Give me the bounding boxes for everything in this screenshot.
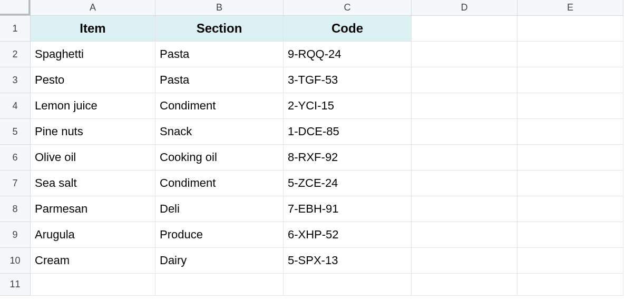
cell-b7[interactable]: Condiment: [155, 170, 284, 196]
cell-e9[interactable]: [518, 222, 623, 248]
row-header-4[interactable]: 4: [0, 93, 31, 119]
cell-b2[interactable]: Pasta: [155, 42, 284, 67]
cell-c7[interactable]: 5-ZCE-24: [284, 170, 412, 196]
cell-e6[interactable]: [518, 145, 623, 170]
cell-c5[interactable]: 1-DCE-85: [284, 119, 412, 145]
cell-d5[interactable]: [412, 119, 518, 145]
select-all-corner[interactable]: [0, 0, 31, 16]
spreadsheet-grid[interactable]: A B C D E 1 Item Section Code 2 Spaghett…: [0, 0, 644, 296]
header-section[interactable]: Section: [155, 16, 284, 42]
cell-a7[interactable]: Sea salt: [31, 170, 155, 196]
row-header-3[interactable]: 3: [0, 67, 31, 93]
cell-d2[interactable]: [412, 42, 518, 67]
cell-b8[interactable]: Deli: [155, 196, 284, 222]
cell-d9[interactable]: [412, 222, 518, 248]
cell-d4[interactable]: [412, 93, 518, 119]
cell-e8[interactable]: [518, 196, 623, 222]
cell-a8[interactable]: Parmesan: [31, 196, 155, 222]
col-header-b[interactable]: B: [155, 0, 284, 16]
row-header-7[interactable]: 7: [0, 170, 31, 196]
cell-d1[interactable]: [412, 16, 518, 42]
cell-a4[interactable]: Lemon juice: [31, 93, 155, 119]
cell-c2[interactable]: 9-RQQ-24: [284, 42, 412, 67]
cell-a2[interactable]: Spaghetti: [31, 42, 155, 67]
col-header-a[interactable]: A: [31, 0, 155, 16]
cell-c3[interactable]: 3-TGF-53: [284, 67, 412, 93]
cell-a9[interactable]: Arugula: [31, 222, 155, 248]
row-header-1[interactable]: 1: [0, 16, 31, 42]
cell-c11[interactable]: [284, 274, 412, 296]
cell-b10[interactable]: Dairy: [155, 248, 284, 274]
cell-d10[interactable]: [412, 248, 518, 274]
cell-e4[interactable]: [518, 93, 623, 119]
cell-a5[interactable]: Pine nuts: [31, 119, 155, 145]
cell-b11[interactable]: [155, 274, 284, 296]
cell-c6[interactable]: 8-RXF-92: [284, 145, 412, 170]
cell-e10[interactable]: [518, 248, 623, 274]
row-header-10[interactable]: 10: [0, 248, 31, 274]
cell-b5[interactable]: Snack: [155, 119, 284, 145]
cell-b3[interactable]: Pasta: [155, 67, 284, 93]
cell-b9[interactable]: Produce: [155, 222, 284, 248]
cell-c10[interactable]: 5-SPX-13: [284, 248, 412, 274]
col-header-e[interactable]: E: [518, 0, 623, 16]
cell-b4[interactable]: Condiment: [155, 93, 284, 119]
cell-a3[interactable]: Pesto: [31, 67, 155, 93]
cell-a10[interactable]: Cream: [31, 248, 155, 274]
cell-d3[interactable]: [412, 67, 518, 93]
cell-d6[interactable]: [412, 145, 518, 170]
cell-e3[interactable]: [518, 67, 623, 93]
cell-d11[interactable]: [412, 274, 518, 296]
row-header-9[interactable]: 9: [0, 222, 31, 248]
header-item[interactable]: Item: [31, 16, 155, 42]
cell-c9[interactable]: 6-XHP-52: [284, 222, 412, 248]
cell-a11[interactable]: [31, 274, 155, 296]
cell-d7[interactable]: [412, 170, 518, 196]
cell-c8[interactable]: 7-EBH-91: [284, 196, 412, 222]
row-header-8[interactable]: 8: [0, 196, 31, 222]
cell-e11[interactable]: [518, 274, 623, 296]
row-header-11[interactable]: 11: [0, 274, 31, 296]
row-header-2[interactable]: 2: [0, 42, 31, 67]
col-header-d[interactable]: D: [412, 0, 518, 16]
col-header-c[interactable]: C: [284, 0, 412, 16]
row-header-6[interactable]: 6: [0, 145, 31, 170]
cell-b6[interactable]: Cooking oil: [155, 145, 284, 170]
cell-e5[interactable]: [518, 119, 623, 145]
cell-c4[interactable]: 2-YCI-15: [284, 93, 412, 119]
cell-e2[interactable]: [518, 42, 623, 67]
header-code[interactable]: Code: [284, 16, 412, 42]
row-header-5[interactable]: 5: [0, 119, 31, 145]
cell-e7[interactable]: [518, 170, 623, 196]
cell-d8[interactable]: [412, 196, 518, 222]
cell-e1[interactable]: [518, 16, 623, 42]
cell-a6[interactable]: Olive oil: [31, 145, 155, 170]
